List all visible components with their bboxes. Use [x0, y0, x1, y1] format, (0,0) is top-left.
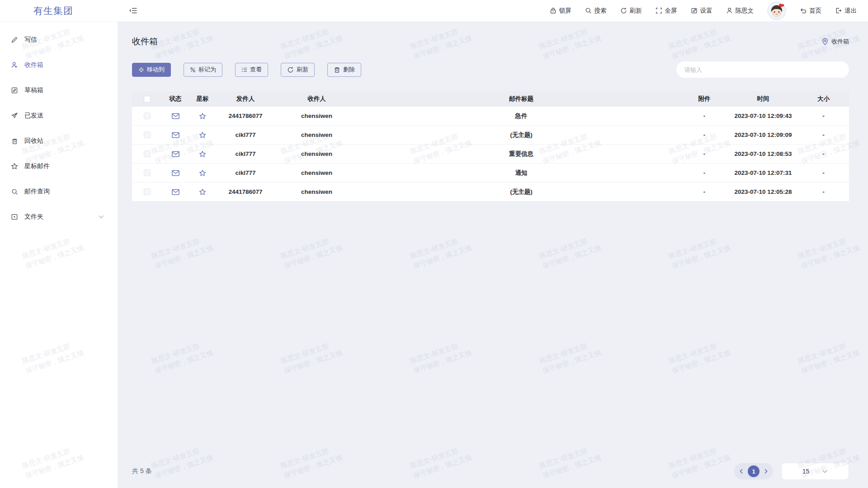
total-count: 共 5 条	[132, 467, 152, 475]
refresh-button[interactable]: 刷新	[281, 63, 315, 77]
sent-icon	[10, 112, 19, 119]
cell-sender: 2441786077	[216, 188, 275, 195]
table-row[interactable]: cikl777chensiwen通知-2023-07-10 12:07:31-	[132, 164, 849, 183]
mail-table: 状态星标发件人收件人邮件标题附件时间大小 2441786077chensiwen…	[132, 91, 849, 202]
cell-sender: cikl777	[216, 169, 275, 176]
cell-time: 2023-07-10 12:07:31	[725, 169, 802, 176]
cell-recipient: chensiwen	[275, 169, 359, 176]
topbar-item-logout[interactable]: 退出	[835, 7, 857, 15]
delete-button[interactable]: 删除	[327, 63, 361, 77]
chevron-down-icon[interactable]	[99, 215, 104, 219]
sidebar-item-label: 收件箱	[24, 61, 43, 69]
cell-sender: cikl777	[216, 131, 275, 138]
mail-status-icon[interactable]	[172, 113, 179, 119]
cell-attachment: -	[684, 150, 725, 157]
mark-as-button[interactable]: 标记为	[184, 63, 222, 77]
select-all-checkbox[interactable]	[144, 96, 151, 103]
topbar-item-settings[interactable]: 设置	[691, 7, 712, 15]
table-body: 2441786077chensiwen急件-2023-07-10 12:09:4…	[132, 107, 849, 202]
sidebar-item-trash[interactable]: 回收站	[0, 128, 118, 154]
cell-sender: 2441786077	[216, 113, 275, 119]
sidebar-item-drafts[interactable]: 草稿箱	[0, 78, 118, 103]
row-checkbox[interactable]	[144, 188, 151, 195]
next-page-button[interactable]	[764, 469, 768, 474]
column-header: 时间	[725, 95, 802, 103]
move-to-button[interactable]: 移动到	[132, 63, 171, 77]
column-header: 收件人	[275, 95, 359, 103]
sidebar-item-label: 写信	[24, 36, 37, 44]
cell-recipient: chensiwen	[275, 150, 359, 157]
breadcrumb-label: 收件箱	[831, 38, 849, 46]
sidebar-item-compose[interactable]: 写信	[0, 27, 118, 52]
menu-collapse-icon[interactable]	[129, 7, 137, 14]
view-icon	[241, 67, 247, 73]
cell-recipient: chensiwen	[275, 113, 359, 119]
row-checkbox[interactable]	[144, 113, 151, 119]
topbar-item-refresh[interactable]: 刷新	[620, 7, 642, 15]
mail-status-icon[interactable]	[172, 132, 179, 138]
topbar: 有生集团 锁屏搜索刷新全屏设置陈思文首页退出	[0, 0, 868, 22]
settings-icon	[691, 7, 698, 14]
row-checkbox[interactable]	[144, 169, 151, 176]
user-avatar[interactable]	[767, 1, 786, 20]
topbar-item-label: 首页	[809, 7, 821, 15]
cell-size: -	[802, 131, 845, 138]
cell-size: -	[802, 188, 845, 195]
table-row[interactable]: cikl777chensiwen重要信息-2023-07-10 12:08:53…	[132, 145, 849, 164]
prev-page-button[interactable]	[739, 469, 744, 474]
star-toggle-icon[interactable]	[199, 113, 206, 120]
sidebar-item-sent[interactable]: 已发送	[0, 103, 118, 128]
page-size-select[interactable]: 15	[781, 463, 849, 480]
sidebar-item-inbox[interactable]: 收件箱	[0, 52, 118, 78]
mail-status-icon[interactable]	[172, 151, 179, 157]
button-label: 删除	[343, 66, 355, 74]
sidebar-item-label: 回收站	[24, 137, 43, 145]
sidebar-item-label: 已发送	[24, 112, 43, 120]
table-row[interactable]: 2441786077chensiwen(无主题)-2023-07-10 12:0…	[132, 183, 849, 202]
topbar-item-current-user[interactable]: 陈思文	[726, 7, 754, 15]
sidebar-item-folders[interactable]: 文件夹	[0, 204, 118, 230]
star-toggle-icon[interactable]	[199, 150, 206, 158]
topbar-item-search[interactable]: 搜索	[585, 7, 607, 15]
button-label: 标记为	[198, 66, 216, 74]
cell-size: -	[802, 113, 845, 119]
mail-status-icon[interactable]	[172, 189, 179, 195]
table-header: 状态星标发件人收件人邮件标题附件时间大小	[132, 91, 849, 107]
cell-recipient: chensiwen	[275, 131, 359, 138]
cell-subject: 重要信息	[359, 150, 684, 158]
topbar-item-lock-screen[interactable]: 锁屏	[550, 7, 571, 15]
mail-status-icon[interactable]	[172, 170, 179, 176]
table-row[interactable]: cikl777chensiwen(无主题)-2023-07-10 12:09:0…	[132, 126, 849, 145]
sidebar-item-mail-query[interactable]: 邮件查询	[0, 179, 118, 204]
table-row[interactable]: 2441786077chensiwen急件-2023-07-10 12:09:4…	[132, 107, 849, 126]
star-toggle-icon[interactable]	[199, 131, 206, 139]
page-size-value: 15	[802, 468, 810, 475]
star-toggle-icon[interactable]	[199, 169, 206, 177]
sidebar-item-starred[interactable]: 星标邮件	[0, 154, 118, 179]
folder-add-icon	[10, 213, 19, 221]
search-icon	[585, 7, 592, 14]
star-toggle-icon[interactable]	[199, 188, 206, 196]
footer: 共 5 条 1 15	[132, 455, 849, 488]
cell-sender: cikl777	[216, 150, 275, 157]
cell-size: -	[802, 150, 845, 157]
cell-subject: 急件	[359, 112, 684, 120]
cell-time: 2023-07-10 12:08:53	[725, 150, 802, 157]
current-page[interactable]: 1	[748, 465, 760, 477]
cell-attachment: -	[684, 188, 725, 195]
main-panel: 收件箱 收件箱 移动到标记为查看刷新删除 状态星标发件人收件人邮件标题附件时间大…	[118, 22, 868, 488]
sidebar-item-label: 文件夹	[24, 213, 43, 221]
trash-icon	[334, 66, 340, 73]
search-input[interactable]	[676, 61, 849, 78]
row-checkbox[interactable]	[144, 131, 151, 138]
topbar-item-home[interactable]: 首页	[800, 7, 821, 15]
row-checkbox[interactable]	[144, 150, 151, 157]
topbar-item-label: 锁屏	[559, 7, 571, 15]
chevron-down-icon	[822, 469, 828, 474]
mark-icon	[190, 67, 196, 73]
view-button[interactable]: 查看	[235, 63, 268, 77]
inbox-icon	[10, 61, 19, 69]
topbar-item-fullscreen[interactable]: 全屏	[656, 7, 677, 15]
search-icon	[10, 188, 19, 195]
refresh-icon	[620, 7, 627, 14]
